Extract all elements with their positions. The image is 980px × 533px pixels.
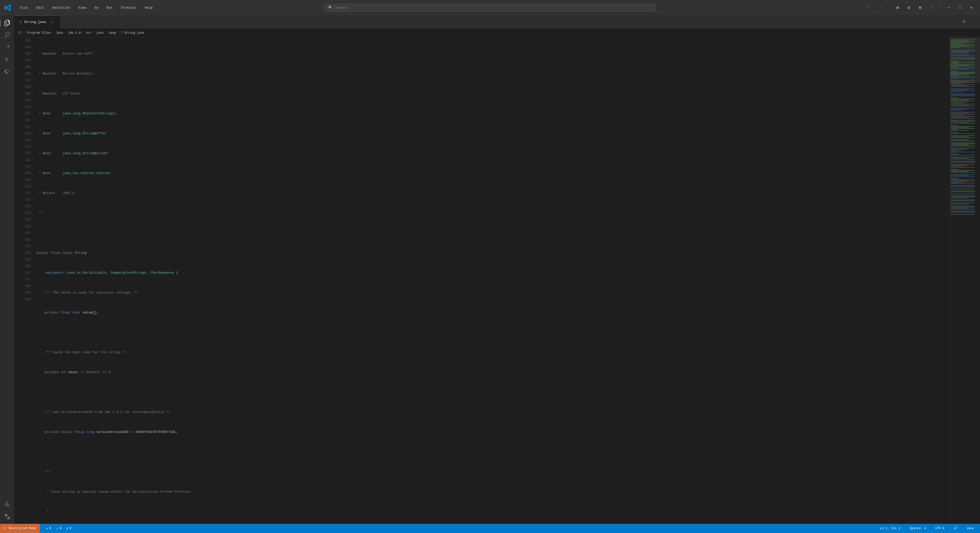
titlebar-menu: File Edit Selection View Go Run Terminal…: [16, 5, 156, 11]
minimap[interactable]: [950, 37, 980, 524]
line-num-135: 135: [18, 263, 30, 270]
breadcrumb-jdk[interactable]: jdk-1.8: [68, 31, 81, 35]
tab-string-java[interactable]: J String.java ✕: [14, 15, 60, 28]
code-line-121: [37, 449, 947, 455]
breadcrumb-sep-0: ›: [24, 31, 25, 35]
breadcrumb-program-files[interactable]: Program Files: [27, 31, 51, 35]
menu-edit[interactable]: Edit: [32, 5, 48, 11]
line-num-134: 134: [18, 256, 30, 263]
line-num-106: 106: [18, 70, 30, 77]
menu-selection[interactable]: Selection: [48, 5, 73, 11]
activity-explorer[interactable]: [2, 18, 13, 29]
code-line-115: [37, 329, 947, 336]
breadcrumb-filename[interactable]: String.java: [124, 31, 144, 35]
code-line-118: [37, 389, 947, 396]
activity-run[interactable]: [2, 54, 13, 65]
search-bar[interactable]: 🔍 Search: [324, 4, 656, 11]
tab-bar: J String.java ✕ ⧉ …: [14, 15, 980, 29]
layout-more-button[interactable]: ⋮: [927, 3, 936, 12]
line-num-102: 102: [18, 44, 30, 51]
line-num-101: 101: [18, 37, 30, 44]
layout-horizontal-button[interactable]: ⊟: [904, 3, 913, 12]
status-position[interactable]: Ln 1, Col 1: [878, 527, 902, 530]
line-num-131: 131: [18, 236, 30, 243]
line-num-136: 136: [18, 270, 30, 276]
menu-terminal[interactable]: Terminal: [117, 5, 140, 11]
line-num-119: 119: [18, 157, 30, 163]
restricted-mode-label: Restricted Mode: [9, 527, 36, 530]
restricted-mode-button[interactable]: 🛡 Restricted Mode: [0, 524, 40, 533]
breadcrumb-java-icon: J: [121, 31, 123, 35]
status-info[interactable]: ℹ 0: [65, 527, 73, 530]
menu-help[interactable]: Help: [141, 5, 156, 11]
code-area[interactable]: 101 102 103 104 105 106 107 108 109 110 …: [14, 37, 950, 524]
nav-back-button[interactable]: ←: [863, 3, 873, 12]
titlebar-right: ← → ⊞ ⊟ ⊠ ⋮ ─ □ ✕: [863, 3, 976, 12]
line-num-120: 120: [18, 163, 30, 170]
code-line-109: */: [37, 210, 947, 216]
line-numbers: 101 102 103 104 105 106 107 108 109 110 …: [14, 37, 35, 524]
status-line-ending[interactable]: LF: [952, 527, 959, 530]
menu-view[interactable]: View: [75, 5, 90, 11]
menu-run[interactable]: Run: [103, 5, 116, 11]
line-num-121: 121: [18, 170, 30, 177]
status-bar: 🛡 Restricted Mode ✕ 0 ⚠ 0 ℹ 0 Ln 1, Col …: [0, 524, 980, 533]
tab-close-button[interactable]: ✕: [50, 19, 55, 24]
code-line-116: /** Cache the hash code for the string *…: [37, 349, 947, 356]
status-right: Ln 1, Col 1 Spaces: 4 UTF-8 LF Java: [878, 527, 976, 530]
line-num-125: 125: [18, 197, 30, 203]
menu-file[interactable]: File: [16, 5, 32, 11]
activity-source-control[interactable]: [2, 42, 13, 53]
layout-split-button[interactable]: ⊞: [893, 3, 902, 12]
tab-actions: ⧉ …: [959, 15, 980, 28]
breadcrumb-src[interactable]: src: [86, 31, 91, 35]
status-warnings[interactable]: ⚠ 0: [54, 527, 63, 530]
activity-extensions[interactable]: [2, 66, 13, 78]
window-close-button[interactable]: ✕: [967, 3, 976, 12]
code-content[interactable]: * @author Arthur van Hoff * @author Mart…: [35, 37, 950, 524]
line-ending-label: LF: [954, 527, 957, 530]
breadcrumb-drive[interactable]: C:: [18, 31, 22, 35]
line-num-112: 112: [18, 110, 30, 117]
activity-search[interactable]: [2, 30, 13, 41]
line-num-110: 110: [18, 97, 30, 103]
status-encoding[interactable]: UTF-8: [933, 527, 947, 530]
code-line-106: * @see java.lang.StringBuilder: [37, 150, 947, 157]
breadcrumb-lang[interactable]: lang: [108, 31, 116, 35]
code-line-120: private static final long serialVersionU…: [37, 429, 947, 436]
line-num-115: 115: [18, 130, 30, 137]
line-num-109: 109: [18, 91, 30, 97]
line-num-122: 122: [18, 177, 30, 183]
main-area: J String.java ✕ ⧉ … C: › Program Files ›…: [0, 15, 980, 524]
code-line-124: *: [37, 509, 947, 515]
line-num-103: 103: [18, 51, 30, 57]
activity-settings[interactable]: [2, 511, 13, 522]
window-minimize-button[interactable]: ─: [944, 3, 953, 12]
window-restore-button[interactable]: □: [956, 3, 965, 12]
status-spaces[interactable]: Spaces: 4: [907, 527, 928, 530]
menu-go[interactable]: Go: [91, 5, 102, 11]
info-count: 0: [69, 527, 71, 530]
line-num-140: 140: [18, 296, 30, 303]
code-line-112: implements java.io.Serializable, Compara…: [37, 270, 947, 276]
line-num-138: 138: [18, 283, 30, 290]
code-line-107: * @see java.nio.charset.Charset: [37, 170, 947, 177]
breadcrumb-java-pkg[interactable]: java: [96, 31, 103, 35]
activity-account[interactable]: [2, 498, 13, 509]
line-num-129: 129: [18, 223, 30, 230]
code-line-108: * @since JDK1.0: [37, 190, 947, 197]
editor-body: 101 102 103 104 105 106 107 108 109 110 …: [14, 37, 980, 524]
status-language[interactable]: Java: [964, 527, 976, 530]
code-line-123: * Class String is special cased within t…: [37, 488, 947, 495]
layout-grid-button[interactable]: ⊠: [915, 3, 924, 12]
nav-forward-button[interactable]: →: [876, 3, 885, 12]
line-num-117: 117: [18, 143, 30, 150]
editor-container: J String.java ✕ ⧉ … C: › Program Files ›…: [14, 15, 980, 524]
breadcrumb-java[interactable]: Java: [56, 31, 63, 35]
more-actions-button[interactable]: …: [969, 18, 977, 26]
line-num-130: 130: [18, 230, 30, 236]
line-num-124: 124: [18, 190, 30, 197]
line-num-116: 116: [18, 137, 30, 143]
status-errors[interactable]: ✕ 0: [44, 527, 53, 530]
split-editor-button[interactable]: ⧉: [959, 18, 968, 26]
